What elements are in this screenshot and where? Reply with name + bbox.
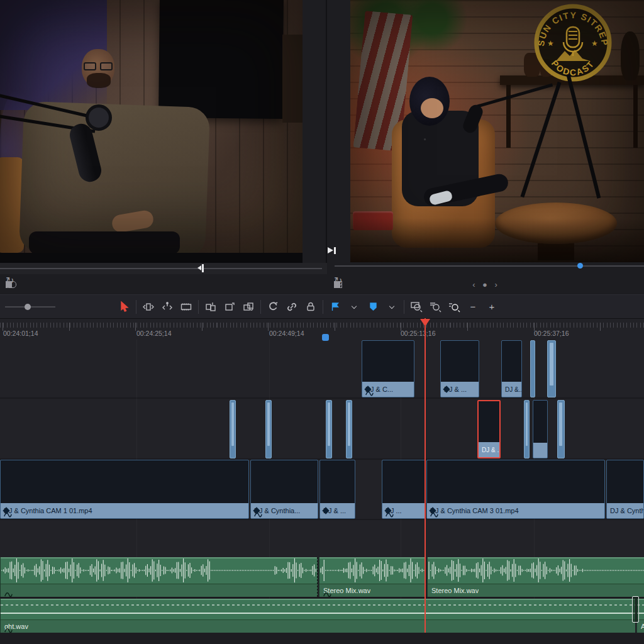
audio-clip[interactable]: Stereo Mix.wav [319, 557, 426, 597]
clip-name: DJ & ... [482, 447, 501, 453]
clip-label-bar: DJ & Cynthia CAM 3 01.mp4 [427, 503, 604, 518]
right-viewer-video: SUN CITY SITREP PODCAST ★ ★ [350, 0, 644, 262]
clip-inner [348, 402, 350, 446]
flag-chevron-icon[interactable] [345, 299, 364, 315]
video-clip[interactable]: DJ & Cynthia... [250, 460, 318, 519]
audio-clip[interactable] [0, 557, 318, 597]
retime-icon[interactable] [264, 299, 282, 315]
video-clip[interactable]: DJ & Cynthia CAM 3 01.mp4 [426, 460, 605, 519]
clip-thumbnails [1, 460, 248, 503]
video-clip[interactable]: DJ &... [501, 340, 522, 397]
video-clip[interactable]: DJ & ... [440, 340, 479, 397]
place-on-top-icon[interactable] [239, 299, 258, 315]
clip-label-bar: DJ & ... [441, 382, 479, 397]
clip-inner [328, 402, 330, 446]
zoom-slider[interactable] [5, 306, 55, 308]
clip-name: Stereo Mix.wav [431, 587, 479, 594]
source-transport: ↻ [0, 274, 327, 294]
zoom-in-button[interactable]: + [482, 299, 501, 315]
ruler-major-tick [268, 323, 269, 331]
volume-line[interactable] [1, 613, 635, 614]
bottom-strip [0, 633, 644, 644]
timeline-clip-compact[interactable] [530, 340, 535, 397]
ruler-timecode: 00:24:25;14 [136, 330, 171, 337]
video-clip[interactable]: DJ & Cynthia [606, 460, 644, 519]
clip-label-bar: DJ & Cynthia... [251, 503, 318, 518]
vignette [0, 0, 303, 253]
zoom-detail-icon[interactable] [426, 299, 445, 315]
clip-name: DJ & Cynthia [610, 507, 644, 514]
scrub-handle[interactable] [202, 264, 204, 272]
source-scrub-bar[interactable] [0, 263, 327, 274]
video-clip[interactable]: DJ & ... [319, 460, 355, 519]
video-clip[interactable]: DJ ... [382, 460, 426, 519]
playhead-head[interactable] [420, 319, 430, 326]
audio-clip[interactable]: Stereo Mix.wav [427, 557, 644, 597]
audio-clip[interactable]: ght.wav [0, 599, 635, 633]
clip-label-bar [533, 443, 547, 458]
letterbox-bar [0, 253, 303, 263]
clip-top-edge [1, 599, 635, 600]
timeline-clip-compact[interactable] [524, 400, 530, 458]
ruler-major-tick [600, 323, 601, 331]
zoom-custom-icon[interactable] [445, 299, 464, 315]
ruler-major-tick [69, 323, 70, 331]
clip-label-bar: DJ & ... [320, 503, 355, 518]
timeline-clip-compact[interactable] [547, 340, 556, 397]
ruler-timecode: 00:24:01;14 [3, 330, 38, 337]
jog-control[interactable]: ‹ ● › [328, 280, 644, 289]
clip-label-bar [1, 584, 317, 597]
timeline-scrub-bar[interactable] [328, 260, 644, 272]
zoom-full-icon[interactable] [407, 299, 426, 315]
clip-inner [267, 402, 270, 446]
timeline-transport: ‹ ● ›↻ [328, 274, 644, 294]
clip-thumbnails [382, 460, 425, 503]
prev-frame-icon[interactable] [0, 277, 11, 292]
scrub-handle-arrow[interactable] [197, 265, 201, 270]
clip-thumbnails [533, 401, 547, 443]
razor-icon[interactable] [177, 299, 196, 315]
source-viewer-panel [0, 0, 327, 263]
timeline-clip-compact[interactable] [346, 400, 352, 458]
zoom-out-button[interactable]: − [464, 299, 482, 315]
select-icon[interactable] [114, 299, 133, 315]
video-clip[interactable]: DJ & Cynthia CAM 1 01.mp4 [0, 460, 249, 519]
video-clip[interactable]: DJ & C... [362, 340, 414, 397]
clip-label-bar: DJ & Cynthia [607, 503, 643, 518]
video-clip[interactable]: DJ & ... [477, 400, 501, 458]
timeline-clip-compact[interactable] [557, 400, 565, 458]
scrub-dot[interactable] [577, 263, 583, 269]
toolbar-separator [136, 300, 136, 314]
lock-icon[interactable] [301, 299, 320, 315]
marker-icon[interactable] [364, 299, 382, 315]
play-to-end-icon[interactable] [328, 245, 339, 255]
ruler-major-tick [335, 323, 335, 331]
clip-inner [231, 402, 234, 446]
trim-edit-icon[interactable] [139, 299, 158, 315]
toolbar-separator [404, 300, 404, 314]
flag-icon[interactable] [326, 299, 345, 315]
loop-icon[interactable]: ↻ [328, 277, 340, 292]
clip-label-bar: DJ &... [502, 382, 521, 397]
timeline-clip-compact[interactable] [230, 400, 236, 458]
timeline-clip-compact[interactable] [265, 400, 272, 458]
overwrite-icon[interactable] [220, 299, 239, 315]
clip-name: DJ & Cynthia CAM 1 01.mp4 [4, 507, 92, 514]
ruler-minor-ticks [0, 323, 644, 328]
zoom-slider-knob[interactable] [25, 304, 31, 310]
edit-toolbar: −+ [0, 294, 644, 318]
edit-point-handle[interactable] [632, 596, 639, 623]
video-clip[interactable] [533, 400, 548, 458]
clip-thumbnails [251, 460, 318, 503]
clip-thumbnails [362, 341, 414, 382]
dynamic-trim-icon[interactable] [158, 299, 177, 315]
ruler-timecode: 00:25:13;16 [401, 330, 435, 337]
clip-name: DJ & Cynthia CAM 3 01.mp4 [430, 507, 519, 514]
marker-chevron-icon[interactable] [382, 299, 401, 315]
timeline-clip-compact[interactable] [326, 400, 332, 458]
timeline-marker[interactable] [322, 334, 329, 341]
link-icon[interactable] [282, 299, 301, 315]
ruler-major-tick [202, 323, 203, 331]
playhead[interactable] [425, 318, 426, 633]
insert-icon[interactable] [201, 299, 220, 315]
